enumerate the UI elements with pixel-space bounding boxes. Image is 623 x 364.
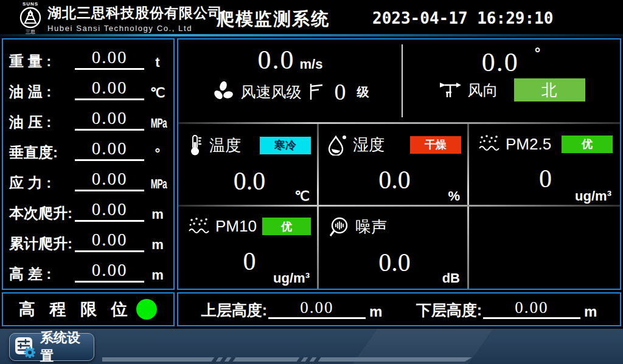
measurement-unit: MPa: [151, 115, 164, 131]
company-block: 湖北三思科技股份有限公司 Hubei Sansi Technology Co.,…: [47, 4, 223, 33]
stripe-slash: [211, 356, 220, 363]
lower-height-unit: m: [584, 303, 597, 320]
measurement-row-oil-pressure: 油 压 : 0.00 MPa: [9, 105, 169, 132]
wind-level-icon: [308, 82, 324, 101]
sensor-name: 湿度: [353, 134, 385, 156]
measurement-value: 0.00: [75, 260, 144, 282]
measurement-unit: m: [147, 207, 169, 222]
measurement-label: 累计爬升:: [9, 234, 74, 253]
sensor-unit: %: [448, 188, 460, 204]
measurement-value: 0.00: [75, 139, 144, 160]
elevation-limit-panel: 高 程 限 位: [2, 292, 175, 326]
measurement-label: 重 量 :: [9, 52, 74, 70]
wind-speed-value: 0.0: [258, 45, 295, 75]
stripe-slash: [304, 356, 313, 363]
temperature-cell: 温度 寒冷 0.0 ℃: [178, 124, 318, 207]
measurement-unit: m: [147, 237, 169, 253]
sensor-value: 0.0: [188, 167, 311, 196]
lower-height-value: 0.00: [483, 298, 580, 319]
droplet-icon: [328, 134, 347, 156]
humidity-cell: 湿度 干燥 0.0 %: [318, 124, 468, 207]
wind-level-value: 0: [335, 78, 346, 105]
sensor-unit: ug/m³: [273, 270, 310, 286]
measurement-row-height-diff: 高 差 : 0.00 m: [9, 256, 169, 284]
header-divider: [0, 34, 623, 36]
settings-sliders-gear-icon: [15, 336, 35, 358]
wind-direction-display: 北: [514, 78, 585, 101]
measurement-unit: MPa: [151, 176, 164, 192]
sansi-logo-icon: SUNS 三思: [13, 1, 47, 35]
taskbar: 系统设置: [0, 329, 623, 364]
upper-height-unit: m: [369, 303, 382, 320]
measurement-row-oil-temp: 油 温 : 0.00 ℃: [9, 74, 169, 101]
wind-direction-value: 0.0: [482, 47, 519, 77]
measurement-label: 垂直度:: [9, 143, 74, 162]
measurement-row-current-climb: 本次爬升: 0.00 m: [9, 196, 169, 223]
wind-speed-unit: m/s: [300, 57, 323, 72]
climbing-formwork-monitor-screen: SUNS 三思 湖北三思科技股份有限公司 Hubei Sansi Technol…: [0, 0, 623, 364]
stripe-slash: [219, 356, 228, 363]
pm25-cell: PM2.5 优 0 ug/m³: [468, 124, 620, 207]
lower-height-label: 下层高度:: [416, 300, 482, 320]
sensor-unit: ug/m³: [575, 188, 611, 204]
noise-icon: [328, 216, 350, 238]
sensor-value: 0.0: [328, 165, 461, 194]
upper-height-group: 上层高度: 0.00 m: [201, 298, 383, 320]
pm25-status-badge: 优: [562, 136, 613, 153]
measurement-unit: m: [147, 267, 169, 283]
header: SUNS 三思 湖北三思科技股份有限公司 Hubei Sansi Technol…: [0, 0, 623, 34]
wind-speed-label: 风速风级: [241, 82, 302, 102]
sensor-name: PM2.5: [506, 135, 551, 154]
measurement-label: 油 温 :: [9, 82, 74, 101]
system-settings-button[interactable]: 系统设置: [9, 333, 94, 361]
elevation-limit-indicator: [136, 299, 157, 320]
dust-icon: [478, 134, 500, 154]
company-name-en: Hubei Sansi Technology Co., Ltd: [47, 24, 223, 33]
wind-direction-label: 风向: [468, 80, 498, 100]
measurement-unit: t: [147, 55, 169, 70]
measurement-row-weight: 重 量 : 0.00 t: [9, 44, 169, 71]
taskbar-stripe: [102, 357, 472, 362]
svg-text:SUNS: SUNS: [23, 1, 38, 7]
company-name-cn: 湖北三思科技股份有限公司: [47, 4, 223, 22]
humidity-status-badge: 干燥: [410, 136, 461, 154]
empty-cell: [468, 207, 620, 289]
dust-icon: [188, 216, 210, 237]
lower-height-group: 下层高度: 0.00 m: [416, 298, 597, 320]
upper-height-value: 0.00: [268, 298, 366, 319]
measurement-value: 0.00: [75, 199, 144, 221]
sensor-name: PM10: [215, 217, 257, 236]
sensor-name: 噪声: [355, 216, 387, 238]
stripe-slash: [313, 356, 322, 363]
measurement-row-total-climb: 累计爬升: 0.00 m: [9, 226, 169, 253]
wind-section-divider: [402, 44, 403, 117]
measurement-panel: 重 量 : 0.00 t 油 温 : 0.00 ℃ 油 压 : 0.00 MPa…: [2, 38, 175, 290]
wind-direction-section: 0.0° 风向 北: [402, 39, 620, 122]
measurement-label: 本次爬升:: [9, 204, 74, 222]
sensor-name: 温度: [209, 135, 241, 156]
wind-vane-icon: [437, 79, 462, 101]
measurement-value: 0.00: [75, 169, 144, 191]
measurement-label: 高 差 :: [9, 264, 74, 283]
page-title: 爬模监测系统: [217, 7, 330, 32]
noise-cell: 噪声 0.0 dB: [318, 207, 468, 289]
wind-section: 0.0m/s 风速风级: [178, 39, 620, 122]
layer-height-panel: 上层高度: 0.00 m 下层高度: 0.00 m: [177, 292, 621, 326]
measurement-unit: °: [147, 146, 169, 162]
temperature-status-badge: 寒冷: [260, 137, 311, 154]
measurement-value: 0.00: [75, 78, 144, 100]
thermometer-icon: [188, 134, 204, 157]
wind-level-unit: 级: [357, 84, 369, 100]
stripe-slash: [296, 356, 305, 363]
system-settings-label: 系统设置: [40, 329, 89, 364]
measurement-unit: ℃: [147, 85, 169, 101]
elevation-limit-label: 高 程 限 位: [19, 298, 133, 320]
measurement-value: 0.00: [75, 108, 144, 130]
measurement-value: 0.00: [75, 230, 144, 252]
measurement-label: 油 压 :: [9, 112, 74, 131]
measurement-value: 0.00: [75, 47, 144, 69]
fan-icon: [212, 80, 235, 103]
pm10-cell: PM10 优 0 ug/m³: [178, 207, 318, 289]
measurement-row-verticality: 垂直度: 0.00 °: [9, 135, 169, 162]
stripe-slash: [228, 356, 237, 363]
